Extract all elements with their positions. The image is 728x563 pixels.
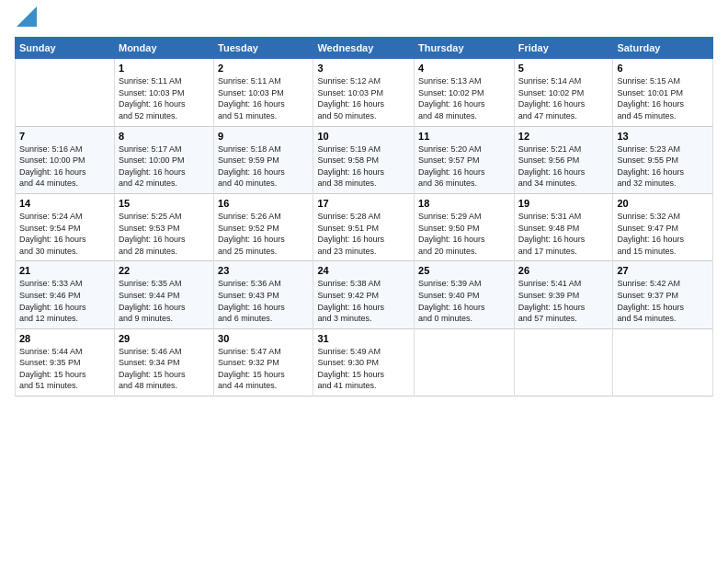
day-info: Sunrise: 5:13 AM Sunset: 10:02 PM Daylig… [418, 75, 510, 121]
day-cell: 11Sunrise: 5:20 AM Sunset: 9:57 PM Dayli… [415, 126, 515, 193]
day-cell: 5Sunrise: 5:14 AM Sunset: 10:02 PM Dayli… [514, 59, 613, 126]
logo-icon [17, 6, 37, 27]
day-cell: 15Sunrise: 5:25 AM Sunset: 9:53 PM Dayli… [114, 193, 213, 260]
day-cell: 8Sunrise: 5:17 AM Sunset: 10:00 PM Dayli… [114, 126, 213, 193]
day-number: 14 [19, 198, 110, 209]
day-info: Sunrise: 5:14 AM Sunset: 10:02 PM Daylig… [518, 75, 609, 121]
col-header-monday: Monday [114, 38, 213, 59]
day-info: Sunrise: 5:49 AM Sunset: 9:30 PM Dayligh… [317, 346, 410, 392]
day-cell: 14Sunrise: 5:24 AM Sunset: 9:54 PM Dayli… [16, 193, 115, 260]
day-number: 20 [617, 198, 709, 209]
day-number: 26 [518, 265, 609, 276]
day-number: 2 [218, 63, 309, 74]
day-cell: 26Sunrise: 5:41 AM Sunset: 9:39 PM Dayli… [514, 261, 613, 328]
day-info: Sunrise: 5:20 AM Sunset: 9:57 PM Dayligh… [418, 144, 510, 190]
day-info: Sunrise: 5:35 AM Sunset: 9:44 PM Dayligh… [119, 278, 210, 324]
day-info: Sunrise: 5:12 AM Sunset: 10:03 PM Daylig… [317, 75, 410, 121]
day-cell: 6Sunrise: 5:15 AM Sunset: 10:01 PM Dayli… [613, 59, 713, 126]
day-number: 24 [317, 265, 410, 276]
day-info: Sunrise: 5:44 AM Sunset: 9:35 PM Dayligh… [19, 346, 110, 392]
day-number: 17 [317, 198, 410, 209]
day-cell: 2Sunrise: 5:11 AM Sunset: 10:03 PM Dayli… [214, 59, 313, 126]
day-info: Sunrise: 5:46 AM Sunset: 9:34 PM Dayligh… [119, 346, 210, 392]
day-cell [613, 328, 713, 396]
day-cell: 10Sunrise: 5:19 AM Sunset: 9:58 PM Dayli… [313, 126, 415, 193]
day-cell: 1Sunrise: 5:11 AM Sunset: 10:03 PM Dayli… [114, 59, 213, 126]
svg-marker-0 [17, 6, 37, 27]
day-number: 11 [418, 131, 510, 142]
week-row-4: 21Sunrise: 5:33 AM Sunset: 9:46 PM Dayli… [16, 261, 713, 328]
day-number: 7 [19, 131, 110, 142]
day-info: Sunrise: 5:47 AM Sunset: 9:32 PM Dayligh… [218, 346, 309, 392]
day-cell: 29Sunrise: 5:46 AM Sunset: 9:34 PM Dayli… [114, 328, 213, 396]
day-number: 21 [19, 265, 110, 276]
day-info: Sunrise: 5:29 AM Sunset: 9:50 PM Dayligh… [418, 211, 510, 257]
day-cell: 25Sunrise: 5:39 AM Sunset: 9:40 PM Dayli… [415, 261, 515, 328]
day-cell: 31Sunrise: 5:49 AM Sunset: 9:30 PM Dayli… [313, 328, 415, 396]
day-number: 9 [218, 131, 309, 142]
day-number: 18 [418, 198, 510, 209]
day-number: 23 [218, 265, 309, 276]
day-cell: 17Sunrise: 5:28 AM Sunset: 9:51 PM Dayli… [313, 193, 415, 260]
day-cell [415, 328, 515, 396]
day-number: 13 [617, 131, 709, 142]
day-number: 29 [119, 333, 210, 344]
day-number: 1 [119, 63, 210, 74]
day-cell [514, 328, 613, 396]
week-row-2: 7Sunrise: 5:16 AM Sunset: 10:00 PM Dayli… [16, 126, 713, 193]
day-number: 19 [518, 198, 609, 209]
day-cell: 13Sunrise: 5:23 AM Sunset: 9:55 PM Dayli… [613, 126, 713, 193]
col-header-saturday: Saturday [613, 38, 713, 59]
week-row-5: 28Sunrise: 5:44 AM Sunset: 9:35 PM Dayli… [16, 328, 713, 396]
day-cell: 23Sunrise: 5:36 AM Sunset: 9:43 PM Dayli… [214, 261, 313, 328]
day-cell: 21Sunrise: 5:33 AM Sunset: 9:46 PM Dayli… [16, 261, 115, 328]
col-header-tuesday: Tuesday [214, 38, 313, 59]
col-header-wednesday: Wednesday [313, 38, 415, 59]
day-cell: 30Sunrise: 5:47 AM Sunset: 9:32 PM Dayli… [214, 328, 313, 396]
day-cell: 3Sunrise: 5:12 AM Sunset: 10:03 PM Dayli… [313, 59, 415, 126]
day-info: Sunrise: 5:24 AM Sunset: 9:54 PM Dayligh… [19, 211, 110, 257]
day-number: 16 [218, 198, 309, 209]
day-number: 30 [218, 333, 309, 344]
day-cell: 19Sunrise: 5:31 AM Sunset: 9:48 PM Dayli… [514, 193, 613, 260]
day-info: Sunrise: 5:18 AM Sunset: 9:59 PM Dayligh… [218, 144, 309, 190]
day-cell: 28Sunrise: 5:44 AM Sunset: 9:35 PM Dayli… [16, 328, 115, 396]
logo [15, 9, 37, 31]
day-info: Sunrise: 5:19 AM Sunset: 9:58 PM Dayligh… [317, 144, 410, 190]
day-cell: 12Sunrise: 5:21 AM Sunset: 9:56 PM Dayli… [514, 126, 613, 193]
day-info: Sunrise: 5:16 AM Sunset: 10:00 PM Daylig… [19, 144, 110, 190]
day-info: Sunrise: 5:23 AM Sunset: 9:55 PM Dayligh… [617, 144, 709, 190]
week-row-3: 14Sunrise: 5:24 AM Sunset: 9:54 PM Dayli… [16, 193, 713, 260]
calendar-table: SundayMondayTuesdayWednesdayThursdayFrid… [15, 37, 713, 396]
day-info: Sunrise: 5:39 AM Sunset: 9:40 PM Dayligh… [418, 278, 510, 324]
header-row: SundayMondayTuesdayWednesdayThursdayFrid… [16, 38, 713, 59]
day-number: 27 [617, 265, 709, 276]
day-info: Sunrise: 5:28 AM Sunset: 9:51 PM Dayligh… [317, 211, 410, 257]
col-header-sunday: Sunday [16, 38, 115, 59]
day-cell: 16Sunrise: 5:26 AM Sunset: 9:52 PM Dayli… [214, 193, 313, 260]
day-info: Sunrise: 5:42 AM Sunset: 9:37 PM Dayligh… [617, 278, 709, 324]
day-cell: 24Sunrise: 5:38 AM Sunset: 9:42 PM Dayli… [313, 261, 415, 328]
day-cell: 22Sunrise: 5:35 AM Sunset: 9:44 PM Dayli… [114, 261, 213, 328]
day-cell: 18Sunrise: 5:29 AM Sunset: 9:50 PM Dayli… [415, 193, 515, 260]
day-cell [16, 59, 115, 126]
day-info: Sunrise: 5:36 AM Sunset: 9:43 PM Dayligh… [218, 278, 309, 324]
day-info: Sunrise: 5:11 AM Sunset: 10:03 PM Daylig… [119, 75, 210, 121]
day-info: Sunrise: 5:21 AM Sunset: 9:56 PM Dayligh… [518, 144, 609, 190]
week-row-1: 1Sunrise: 5:11 AM Sunset: 10:03 PM Dayli… [16, 59, 713, 126]
day-number: 5 [518, 63, 609, 74]
day-info: Sunrise: 5:33 AM Sunset: 9:46 PM Dayligh… [19, 278, 110, 324]
day-number: 25 [418, 265, 510, 276]
day-cell: 7Sunrise: 5:16 AM Sunset: 10:00 PM Dayli… [16, 126, 115, 193]
day-info: Sunrise: 5:17 AM Sunset: 10:00 PM Daylig… [119, 144, 210, 190]
day-info: Sunrise: 5:38 AM Sunset: 9:42 PM Dayligh… [317, 278, 410, 324]
day-info: Sunrise: 5:26 AM Sunset: 9:52 PM Dayligh… [218, 211, 309, 257]
day-info: Sunrise: 5:41 AM Sunset: 9:39 PM Dayligh… [518, 278, 609, 324]
day-cell: 9Sunrise: 5:18 AM Sunset: 9:59 PM Daylig… [214, 126, 313, 193]
day-number: 31 [317, 333, 410, 344]
day-number: 10 [317, 131, 410, 142]
col-header-thursday: Thursday [415, 38, 515, 59]
day-number: 15 [119, 198, 210, 209]
day-number: 3 [317, 63, 410, 74]
day-number: 12 [518, 131, 609, 142]
